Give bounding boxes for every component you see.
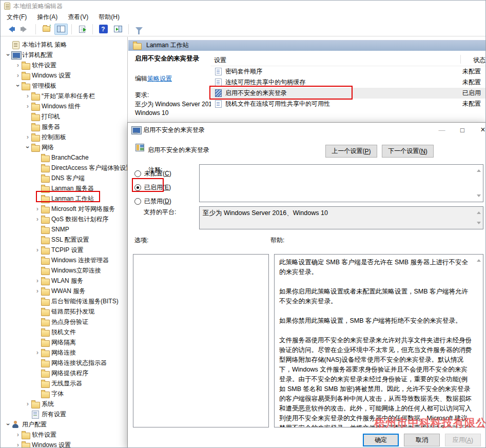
menu-item[interactable]: 帮助(H)	[93, 12, 125, 23]
tree-item[interactable]: 打印机	[1, 111, 127, 122]
show-action-pane-button[interactable]	[111, 24, 125, 35]
tree-item[interactable]: 网络	[1, 142, 127, 152]
expander-icon[interactable]	[34, 216, 41, 223]
tree-item[interactable]: 网络隔离	[1, 337, 127, 347]
tree-item[interactable]: 链路层拓扑发现	[1, 306, 127, 317]
scrollbar[interactable]	[475, 207, 482, 228]
tree-item[interactable]: WWAN 服务	[1, 286, 127, 296]
expander-icon[interactable]	[14, 72, 22, 79]
expander-icon[interactable]	[34, 205, 41, 212]
cancel-button[interactable]: 取消	[404, 434, 440, 446]
expander-icon[interactable]	[24, 400, 31, 407]
up-one-level-button[interactable]	[40, 24, 53, 35]
radio-disabled[interactable]: 已禁用(D)	[134, 197, 171, 206]
policy-item-icon	[215, 79, 222, 86]
tree-item[interactable]: Windows立即连接	[1, 265, 127, 276]
settings-list-row[interactable]: 连续可用性共享中的句柄缓存 未配置	[211, 77, 485, 88]
expander-icon[interactable]	[34, 246, 41, 254]
button-label: )	[471, 437, 473, 444]
expander-icon[interactable]	[24, 144, 31, 151]
tree-item[interactable]: Windows 设置	[1, 70, 127, 81]
tree-item-label: 网络提供程序	[50, 369, 88, 378]
tree-item[interactable]: “开始”菜单和任务栏	[1, 91, 127, 101]
tree-item[interactable]: 服务器	[1, 122, 127, 132]
expander-icon[interactable]	[5, 421, 12, 428]
column-header-status[interactable]: 状态	[473, 56, 485, 65]
minimize-icon[interactable]: —	[432, 123, 452, 137]
tree-item[interactable]: DNS 客户端	[1, 173, 127, 183]
tree-item[interactable]: 脱机文件	[1, 327, 127, 337]
previous-setting-button[interactable]: 上一个设置(P)	[325, 145, 377, 158]
expander-icon[interactable]	[14, 441, 22, 447]
policy-settings-link[interactable]: 策略设置	[147, 75, 172, 82]
tree-item[interactable]: 用户配置	[1, 419, 127, 430]
menu-item[interactable]: 文件(F)	[2, 12, 32, 23]
apply-button[interactable]: 应用(A)	[445, 434, 481, 446]
ok-button[interactable]: 确定	[363, 434, 399, 446]
tree-item[interactable]: 本地计算机 策略	[1, 40, 127, 50]
expander-icon[interactable]	[34, 277, 41, 284]
window-titlebar[interactable]: 本地组策略编辑器	[1, 1, 485, 12]
tree-item[interactable]: 计算机配置	[1, 50, 127, 60]
tree-item[interactable]: 系统	[1, 399, 127, 409]
export-list-button[interactable]	[75, 24, 89, 35]
tree-item[interactable]: Lanman 服务器	[1, 183, 127, 193]
scrollbar[interactable]	[475, 255, 482, 426]
settings-list-row[interactable]: 启用不安全的来宾登录 已启用	[211, 88, 485, 99]
tree-item-icon	[41, 328, 50, 336]
tree-item[interactable]: 网络提供程序	[1, 368, 127, 378]
dialog-titlebar[interactable]: 启用不安全的来宾登录 — □ ×	[128, 123, 486, 137]
tree-item[interactable]: Windows 组件	[1, 101, 127, 111]
tree-item[interactable]: 控制面板	[1, 132, 127, 142]
back-button[interactable]	[4, 24, 17, 35]
maximize-icon[interactable]: □	[452, 123, 473, 137]
forward-button[interactable]	[18, 24, 32, 35]
tree-item[interactable]: TCPIP 设置	[1, 245, 127, 255]
tree-item[interactable]: 后台智能传送服务(BITS)	[1, 296, 127, 306]
help-box[interactable]: 此策略设置确定 SMB 客户端是否允许在 SMB 服务器上进行不安全的来宾登录。…	[274, 254, 483, 427]
comment-input[interactable]	[199, 164, 483, 202]
column-header-settings[interactable]: 设置	[214, 56, 226, 65]
tree-item[interactable]: 无线显示器	[1, 378, 127, 388]
menu-item[interactable]: 查看(V)	[63, 12, 93, 23]
expander-icon[interactable]	[14, 82, 22, 89]
tree-item[interactable]: Windows 连接管理器	[1, 255, 127, 265]
next-setting-button[interactable]: 下一个设置(N)	[382, 145, 434, 158]
tree-item[interactable]: 网络连接状态指示器	[1, 358, 127, 368]
tree-item[interactable]: BranchCache	[1, 152, 127, 163]
tree-item[interactable]: Lanman 工作站	[1, 193, 127, 204]
tree-item[interactable]: QoS 数据包计划程序	[1, 214, 127, 224]
tree-item[interactable]: 字体	[1, 388, 127, 399]
tree-item[interactable]: 软件设置	[1, 430, 127, 440]
expander-icon[interactable]	[34, 349, 41, 356]
tree-item[interactable]: 软件设置	[1, 60, 127, 70]
menu-item[interactable]: 操作(A)	[32, 12, 63, 23]
expander-icon[interactable]	[24, 133, 31, 141]
tree-item-icon	[41, 246, 50, 254]
expander-icon[interactable]	[14, 431, 22, 438]
tree-item[interactable]: Windows 设置	[1, 440, 127, 447]
scrollbar[interactable]	[475, 165, 482, 201]
expander-icon[interactable]	[14, 62, 22, 69]
tree-item[interactable]: 网络连接	[1, 347, 127, 358]
expander-icon[interactable]	[24, 92, 31, 100]
expander-icon[interactable]	[5, 51, 12, 59]
tree-item[interactable]: Microsoft 对等网络服务	[1, 204, 127, 214]
tree-item[interactable]: SSL 配置设置	[1, 235, 127, 245]
tree-item[interactable]: DirectAccess 客户端体验设置	[1, 163, 127, 173]
radio-enabled[interactable]: 已启用(E)	[134, 183, 171, 192]
help-button[interactable]	[96, 24, 110, 35]
tree-item[interactable]: 所有设置	[1, 409, 127, 419]
tree-item[interactable]: WLAN 服务	[1, 276, 127, 286]
settings-list-row[interactable]: 脱机文件在连续可用性共享中的可用性 未配置	[211, 99, 485, 109]
column-divider[interactable]	[460, 55, 461, 64]
tree-item[interactable]: 热点身份验证	[1, 317, 127, 327]
filter-button[interactable]	[132, 24, 146, 35]
settings-list-row[interactable]: 密码套件顺序 未配置	[211, 66, 485, 77]
close-icon[interactable]: ×	[473, 123, 486, 137]
tree-item[interactable]: 管理模板	[1, 81, 127, 91]
expander-icon[interactable]	[24, 103, 31, 110]
tree-item[interactable]: SNMP	[1, 224, 127, 235]
expander-icon[interactable]	[34, 287, 41, 295]
show-console-tree-button[interactable]	[54, 24, 68, 35]
